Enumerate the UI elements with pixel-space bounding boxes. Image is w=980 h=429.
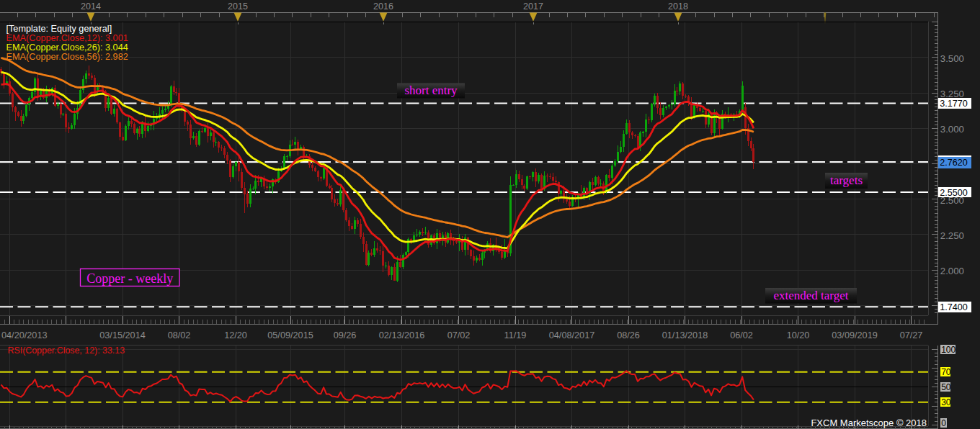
svg-text:3.250: 3.250 (940, 89, 964, 99)
svg-text:05/09/2015: 05/09/2015 (267, 330, 313, 340)
svg-text:02/13/2016: 02/13/2016 (379, 330, 425, 340)
svg-text:07/02: 07/02 (447, 330, 471, 340)
svg-text:2017: 2017 (523, 1, 543, 12)
svg-text:10/20: 10/20 (787, 330, 810, 340)
svg-text:08/02: 08/02 (168, 330, 191, 340)
svg-text:2.7620: 2.7620 (940, 158, 968, 168)
svg-text:12/20: 12/20 (224, 330, 247, 340)
svg-text:09/26: 09/26 (334, 330, 357, 340)
svg-text:08/26: 08/26 (617, 330, 640, 340)
svg-text:01/13/2018: 01/13/2018 (662, 330, 708, 340)
svg-text:2014: 2014 (81, 1, 101, 12)
svg-text:3.1770: 3.1770 (940, 99, 968, 109)
svg-text:03/09/2019: 03/09/2019 (832, 330, 878, 340)
svg-text:11/19: 11/19 (504, 330, 527, 340)
svg-text:3.000: 3.000 (940, 124, 964, 135)
svg-text:04/20/2013: 04/20/2013 (1, 330, 48, 340)
svg-text:07/27: 07/27 (900, 330, 923, 340)
svg-text:1.7400: 1.7400 (940, 302, 968, 312)
svg-text:3.500: 3.500 (940, 53, 964, 64)
svg-text:50: 50 (941, 382, 951, 392)
svg-text:04/08/2017: 04/08/2017 (549, 330, 595, 340)
svg-text:70: 70 (941, 367, 951, 377)
svg-text:Copper - weekly: Copper - weekly (86, 271, 173, 286)
svg-text:2.000: 2.000 (940, 266, 964, 276)
svg-text:2.5500: 2.5500 (940, 188, 968, 198)
svg-text:2018: 2018 (668, 1, 688, 12)
svg-text:targets: targets (830, 173, 863, 187)
svg-text:FXCM Marketscope © 2018: FXCM Marketscope © 2018 (811, 417, 927, 428)
svg-text:EMA(Copper.Close,56): 2.982: EMA(Copper.Close,56): 2.982 (6, 52, 128, 62)
svg-text:short entry: short entry (404, 83, 458, 97)
svg-text:30: 30 (941, 397, 951, 407)
svg-text:2016: 2016 (373, 1, 393, 12)
svg-text:2.250: 2.250 (940, 230, 964, 241)
svg-text:RSI(Copper.Close, 12): 33.13: RSI(Copper.Close, 12): 33.13 (8, 346, 125, 356)
svg-text:06/02: 06/02 (730, 330, 753, 340)
svg-text:extended target: extended target (773, 289, 848, 302)
svg-text:03/15/2014: 03/15/2014 (99, 330, 146, 340)
svg-text:[Template: Equity general]: [Template: Equity general] (6, 24, 112, 34)
svg-text:EMA(Copper.Close,26): 3.044: EMA(Copper.Close,26): 3.044 (6, 42, 128, 53)
svg-text:0: 0 (941, 418, 946, 428)
svg-text:EMA(Copper.Close,12): 3.001: EMA(Copper.Close,12): 3.001 (6, 33, 128, 43)
svg-text:100: 100 (941, 345, 956, 355)
svg-text:2015: 2015 (228, 1, 248, 12)
